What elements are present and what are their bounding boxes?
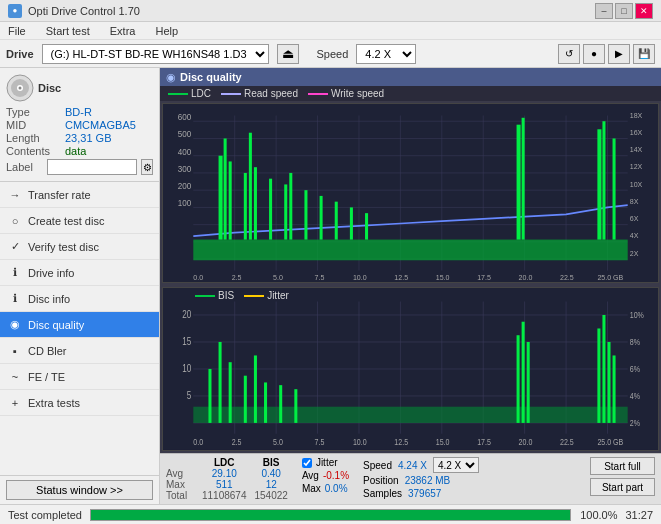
position-row: Position 23862 MB <box>363 475 479 486</box>
speed-select-stats[interactable]: 4.2 X <box>433 457 479 473</box>
nav-transfer-rate[interactable]: → Transfer rate <box>0 182 159 208</box>
nav-transfer-rate-label: Transfer rate <box>28 189 91 201</box>
legend-readspeed-color <box>221 93 241 95</box>
nav-disc-quality-label: Disc quality <box>28 319 84 331</box>
drive-select[interactable]: (G:) HL-DT-ST BD-RE WH16NS48 1.D3 <box>42 44 269 64</box>
sidebar: Disc Type BD-R MID CMCMAGBA5 Length 23,3… <box>0 68 160 504</box>
close-button[interactable]: ✕ <box>635 3 653 19</box>
transfer-rate-icon: → <box>8 188 22 202</box>
create-test-disc-icon: ○ <box>8 214 22 228</box>
status-btn-row: Status window >> <box>0 475 159 504</box>
stats-header-row: LDC BIS <box>166 457 292 468</box>
toolbar-btn-2[interactable]: ● <box>583 44 605 64</box>
position-val: 23862 MB <box>405 475 451 486</box>
svg-text:22.5: 22.5 <box>560 436 574 447</box>
legend-ldc: LDC <box>168 88 211 99</box>
svg-rect-24 <box>193 240 627 261</box>
legend-jitter: Jitter <box>244 290 289 301</box>
svg-text:20.0: 20.0 <box>519 272 533 282</box>
stats-avg-row: Avg 29.10 0.40 <box>166 468 292 479</box>
svg-text:400: 400 <box>178 146 192 157</box>
titlebar-left: ● Opti Drive Control 1.70 <box>8 4 140 18</box>
svg-text:4%: 4% <box>630 390 641 401</box>
svg-rect-28 <box>244 173 247 240</box>
disc-label-input[interactable] <box>47 159 137 175</box>
verify-test-disc-icon: ✓ <box>8 240 22 254</box>
speed-select[interactable]: 4.2 X <box>356 44 416 64</box>
svg-text:7.5: 7.5 <box>315 272 325 282</box>
max-jitter-val: 0.0% <box>325 483 348 494</box>
jitter-label: Jitter <box>316 457 338 468</box>
start-part-button[interactable]: Start part <box>590 478 655 496</box>
titlebar: ● Opti Drive Control 1.70 – □ ✕ <box>0 0 661 22</box>
nav-disc-info-label: Disc info <box>28 293 70 305</box>
disc-label-button[interactable]: ⚙ <box>141 159 153 175</box>
menubar: File Start test Extra Help <box>0 22 661 40</box>
nav-drive-info[interactable]: ℹ Drive info <box>0 260 159 286</box>
stats-col-bis: BIS <box>251 457 292 468</box>
minimize-button[interactable]: – <box>595 3 613 19</box>
legend-writespeed-color <box>308 93 328 95</box>
svg-rect-101 <box>613 356 616 423</box>
svg-text:300: 300 <box>178 163 192 174</box>
svg-rect-88 <box>219 342 222 423</box>
bottom-chart-svg: 20 15 10 5 10% 8% 6% 4% 2% 0.0 2.5 5.0 7… <box>163 288 658 450</box>
status-window-button[interactable]: Status window >> <box>6 480 153 500</box>
nav-extra-tests[interactable]: + Extra tests <box>0 390 159 416</box>
chart-title-icon: ◉ <box>166 71 176 84</box>
samples-label: Samples <box>363 488 402 499</box>
disc-mid-label: MID <box>6 119 61 131</box>
svg-text:6X: 6X <box>630 214 639 224</box>
legend-jitter-color <box>244 295 264 297</box>
nav-create-test-disc[interactable]: ○ Create test disc <box>0 208 159 234</box>
nav-verify-test-disc[interactable]: ✓ Verify test disc <box>0 234 159 260</box>
eject-button[interactable]: ⏏ <box>277 44 299 64</box>
toolbar-btn-4[interactable]: 💾 <box>633 44 655 64</box>
menu-help[interactable]: Help <box>151 25 182 37</box>
svg-text:2.5: 2.5 <box>232 272 242 282</box>
top-chart: 600 500 400 300 200 100 18X 16X 14X 12X … <box>162 103 659 283</box>
nav-disc-info[interactable]: ℹ Disc info <box>0 286 159 312</box>
top-chart-svg: 600 500 400 300 200 100 18X 16X 14X 12X … <box>163 104 658 282</box>
svg-text:2X: 2X <box>630 248 639 258</box>
svg-text:5.0: 5.0 <box>273 272 283 282</box>
maximize-button[interactable]: □ <box>615 3 633 19</box>
nav-fe-te[interactable]: ~ FE / TE <box>0 364 159 390</box>
svg-text:15.0: 15.0 <box>436 272 450 282</box>
progress-bar-inner <box>91 510 570 520</box>
svg-rect-99 <box>602 315 605 423</box>
avg-jitter-label: Avg <box>302 470 319 481</box>
start-full-button[interactable]: Start full <box>590 457 655 475</box>
svg-text:200: 200 <box>178 181 192 192</box>
disc-contents-value: data <box>65 145 86 157</box>
svg-rect-29 <box>249 133 252 240</box>
svg-rect-37 <box>350 207 353 239</box>
disc-quality-icon: ◉ <box>8 318 22 332</box>
svg-text:5: 5 <box>187 389 191 401</box>
menu-file[interactable]: File <box>4 25 30 37</box>
svg-rect-43 <box>613 138 616 239</box>
nav-disc-quality[interactable]: ◉ Disc quality <box>0 312 159 338</box>
disc-panel: Disc Type BD-R MID CMCMAGBA5 Length 23,3… <box>0 68 159 182</box>
svg-rect-92 <box>264 383 267 423</box>
svg-text:2%: 2% <box>630 417 641 428</box>
toolbar-btn-1[interactable]: ↺ <box>558 44 580 64</box>
svg-rect-42 <box>602 121 605 239</box>
svg-text:100: 100 <box>178 198 192 209</box>
position-label: Position <box>363 475 399 486</box>
svg-rect-34 <box>304 190 307 239</box>
svg-rect-94 <box>294 389 297 423</box>
svg-text:15.0: 15.0 <box>436 436 450 447</box>
svg-text:25.0 GB: 25.0 GB <box>597 272 623 282</box>
svg-text:12.5: 12.5 <box>394 272 408 282</box>
svg-text:8%: 8% <box>630 336 641 347</box>
menu-extra[interactable]: Extra <box>106 25 140 37</box>
status-text: Test completed <box>8 509 82 521</box>
nav-cd-bler[interactable]: ▪ CD Bler <box>0 338 159 364</box>
toolbar-btn-3[interactable]: ▶ <box>608 44 630 64</box>
elapsed-time: 31:27 <box>625 509 653 521</box>
app-title: Opti Drive Control 1.70 <box>28 5 140 17</box>
nav-items: → Transfer rate ○ Create test disc ✓ Ver… <box>0 182 159 475</box>
menu-starttest[interactable]: Start test <box>42 25 94 37</box>
jitter-checkbox[interactable] <box>302 458 312 468</box>
